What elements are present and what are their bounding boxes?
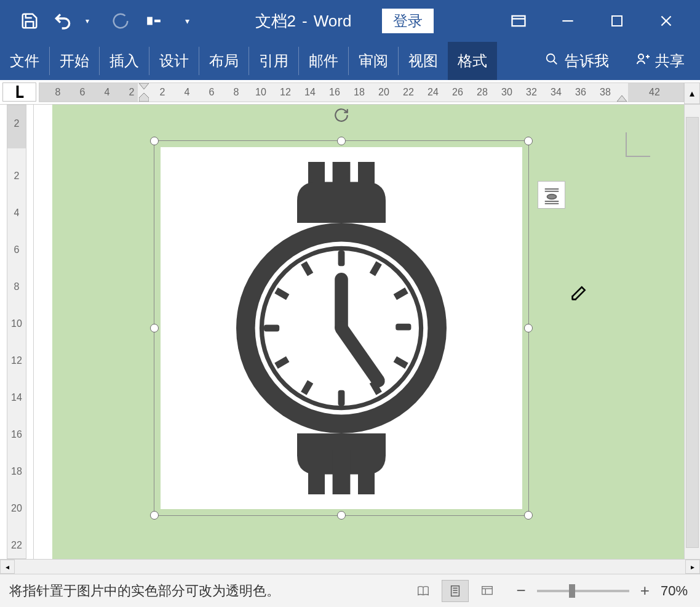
zoom-out-button[interactable]: − [513, 581, 530, 600]
rotate-handle-icon[interactable] [333, 107, 349, 126]
svg-rect-21 [264, 325, 279, 332]
zoom-slider[interactable] [537, 590, 629, 592]
qat-customize-icon[interactable]: ▾ [176, 10, 198, 32]
quick-access-toolbar: ▾ ▾ [0, 10, 198, 32]
svg-rect-19 [338, 251, 345, 266]
svg-rect-38 [451, 585, 459, 596]
image-selection-box[interactable] [154, 140, 529, 516]
print-layout-icon[interactable] [442, 580, 469, 602]
undo-dropdown-icon[interactable]: ▾ [76, 10, 98, 32]
svg-point-8 [547, 54, 555, 62]
save-icon[interactable] [18, 10, 41, 32]
window-controls [491, 12, 700, 30]
resize-handle-tr[interactable] [524, 137, 533, 145]
workspace: 2 2 4 6 8 10 12 14 16 18 20 22 [0, 105, 700, 559]
tab-insert[interactable]: 插入 [100, 42, 149, 80]
svg-line-9 [554, 61, 557, 65]
svg-rect-5 [612, 16, 622, 26]
pencil-cursor-icon [570, 283, 589, 304]
inserted-image[interactable] [161, 147, 522, 509]
first-line-indent-icon[interactable] [139, 81, 149, 92]
window-title: 文档2 - Word 登录 [198, 9, 491, 33]
scroll-right-icon[interactable]: ▸ [685, 560, 700, 574]
vertical-scrollbar[interactable] [684, 105, 700, 559]
scroll-left-icon[interactable]: ◂ [0, 560, 15, 574]
redo-icon[interactable] [109, 10, 132, 32]
svg-marker-14 [139, 93, 149, 102]
tab-references[interactable]: 引用 [249, 42, 298, 80]
tab-review[interactable]: 审阅 [349, 42, 398, 80]
status-message: 将指针置于图片中的实色部分可改为透明色。 [9, 582, 280, 600]
view-buttons [410, 580, 501, 602]
share-icon [635, 52, 650, 70]
svg-rect-42 [482, 586, 492, 594]
resize-handle-bl[interactable] [150, 511, 159, 520]
zoom-percentage[interactable]: 70% [661, 583, 688, 599]
svg-rect-0 [147, 17, 153, 25]
tab-home[interactable]: 开始 [50, 42, 99, 80]
hanging-indent-icon[interactable] [139, 93, 149, 104]
zoom-in-button[interactable]: + [637, 581, 653, 600]
scrollbar-thumb[interactable] [686, 117, 699, 548]
title-sep: - [302, 12, 308, 31]
svg-rect-1 [154, 20, 161, 22]
hscroll-track[interactable] [15, 560, 685, 574]
share-label: 共享 [655, 51, 685, 71]
svg-rect-22 [396, 324, 411, 331]
resize-handle-ml[interactable] [150, 324, 159, 332]
share-button[interactable]: 共享 [620, 42, 700, 80]
vertical-ruler-container: 2 2 4 6 8 10 12 14 16 18 20 22 [0, 105, 34, 559]
layout-options-button[interactable] [538, 181, 565, 209]
resize-handle-bc[interactable] [337, 511, 346, 520]
doc-name: 文档2 [255, 10, 296, 32]
resize-handle-tc[interactable] [337, 137, 346, 145]
svg-rect-20 [338, 390, 345, 406]
vertical-ruler[interactable]: 2 2 4 6 8 10 12 14 16 18 20 22 [7, 105, 26, 559]
horizontal-ruler[interactable]: 8 6 4 2 2 4 6 8 10 12 14 16 18 20 22 24 … [39, 82, 684, 102]
status-bar: 将指针置于图片中的实色部分可改为透明色。 − + 70% [0, 574, 700, 607]
ribbon-display-icon[interactable] [509, 12, 528, 30]
watch-icon [231, 162, 452, 494]
ruler-row: L 8 6 4 2 2 4 6 8 10 12 14 16 18 20 22 2… [0, 80, 700, 105]
document-area[interactable] [52, 105, 684, 559]
login-button[interactable]: 登录 [382, 9, 434, 33]
tell-me-label: 告诉我 [565, 51, 609, 71]
zoom-controls: − + 70% [513, 581, 688, 600]
minimize-icon[interactable] [559, 12, 577, 30]
right-indent-icon[interactable] [617, 93, 627, 104]
svg-marker-15 [617, 95, 627, 102]
tab-mailings[interactable]: 邮件 [299, 42, 348, 80]
resize-handle-tl[interactable] [150, 137, 159, 145]
tab-view[interactable]: 视图 [399, 42, 448, 80]
horizontal-scrollbar[interactable]: ◂ ▸ [0, 559, 700, 574]
zoom-slider-thumb[interactable] [569, 584, 575, 598]
svg-point-10 [638, 54, 643, 59]
maximize-icon[interactable] [608, 12, 626, 30]
tab-format[interactable]: 格式 [448, 42, 497, 80]
read-mode-icon[interactable] [410, 580, 437, 602]
tab-layout[interactable]: 布局 [199, 42, 249, 80]
close-icon[interactable] [657, 12, 675, 30]
tab-design[interactable]: 设计 [149, 42, 199, 80]
scroll-up-icon[interactable]: ▴ [684, 82, 700, 104]
resize-handle-br[interactable] [524, 511, 533, 520]
ribbon-tabs: 文件 开始 插入 设计 布局 引用 邮件 审阅 视图 格式 告诉我 共享 [0, 42, 700, 80]
tab-file[interactable]: 文件 [0, 42, 49, 80]
tab-stop-selector[interactable]: L [2, 82, 36, 102]
svg-marker-13 [139, 83, 149, 89]
page-corner-mark [626, 132, 650, 157]
search-icon [545, 52, 559, 70]
svg-rect-2 [512, 16, 525, 26]
app-name: Word [314, 12, 352, 31]
undo-icon[interactable] [52, 10, 74, 32]
tool-icon[interactable] [143, 10, 165, 32]
web-layout-icon[interactable] [474, 580, 501, 602]
tell-me[interactable]: 告诉我 [534, 42, 620, 80]
resize-handle-mr[interactable] [524, 324, 533, 332]
title-bar: ▾ ▾ 文档2 - Word 登录 [0, 0, 700, 42]
